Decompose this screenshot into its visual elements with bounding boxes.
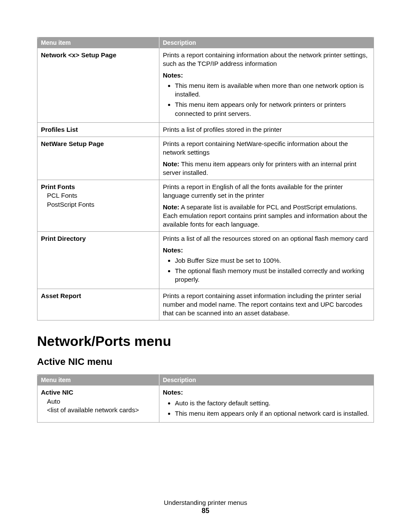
menu-item-title: Network <x> Setup Page	[41, 51, 116, 59]
note-inline: Note: A separate list is available for P…	[163, 203, 370, 229]
menu-item-title: Print Directory	[41, 235, 86, 242]
cell-description: Prints a list of profiles stored in the …	[159, 122, 374, 137]
section-heading: Network/Ports menu	[37, 333, 374, 349]
note-item: This menu item is available when more th…	[175, 81, 370, 99]
description-text: Prints a list of all the resources store…	[163, 234, 370, 243]
header-description: Description	[159, 375, 374, 386]
cell-description: Prints a report containing information a…	[159, 48, 374, 123]
note-text: A separate list is available for PCL and…	[163, 203, 367, 228]
description-text: Prints a list of profiles stored in the …	[163, 125, 370, 134]
header-description: Description	[159, 37, 374, 48]
cell-description: Prints a list of all the resources store…	[159, 232, 374, 289]
table-header-row: Menu item Description	[37, 37, 374, 48]
document-page: Menu item Description Network <x> Setup …	[0, 0, 411, 532]
notes-label: Notes:	[163, 388, 370, 397]
table-row: Print Directory Prints a list of all the…	[37, 232, 374, 289]
cell-description: Prints a report in English of all the fo…	[159, 180, 374, 232]
menu-item-title: NetWare Setup Page	[41, 140, 104, 147]
notes-label: Notes:	[163, 71, 370, 80]
note-inline: Note: This menu item appears only for pr…	[163, 160, 370, 177]
table-header-row: Menu item Description	[37, 375, 374, 386]
menu-item-title: Asset Report	[41, 292, 81, 299]
note-item: The optional flash memory must be instal…	[175, 267, 370, 284]
table-row: Active NIC Auto <list of available netwo…	[37, 386, 374, 423]
cell-description: Notes: Auto is the factory default setti…	[159, 386, 374, 423]
notes-label: Notes:	[163, 246, 370, 255]
table-row: Print Fonts PCL Fonts PostScript Fonts P…	[37, 180, 374, 232]
table-row: NetWare Setup Page Prints a report conta…	[37, 137, 374, 180]
cell-menu-item: Asset Report	[37, 289, 159, 320]
cell-description: Prints a report containing NetWare-speci…	[159, 137, 374, 180]
table-row: Asset Report Prints a report containing …	[37, 289, 374, 320]
table-row: Profiles List Prints a list of profiles …	[37, 122, 374, 137]
menu-item-title: Active NIC	[41, 389, 73, 396]
note-item: This menu item appears only for network …	[175, 100, 370, 118]
cell-menu-item: Print Fonts PCL Fonts PostScript Fonts	[37, 180, 159, 232]
cell-description: Prints a report containing asset informa…	[159, 289, 374, 320]
notes-list: Auto is the factory default setting. Thi…	[163, 399, 370, 418]
note-item: Auto is the factory default setting.	[175, 399, 370, 408]
note-label: Note:	[163, 160, 179, 168]
page-footer: Understanding printer menus 85	[0, 499, 411, 515]
note-item: This menu item appears only if an option…	[175, 409, 370, 418]
menu-item-sub: PCL Fonts	[41, 191, 156, 200]
header-menu-item: Menu item	[37, 375, 159, 386]
description-text: Prints a report containing information a…	[163, 51, 370, 68]
note-item: Job Buffer Size must be set to 100%.	[175, 256, 370, 265]
header-menu-item: Menu item	[37, 37, 159, 48]
cell-menu-item: Profiles List	[37, 122, 159, 137]
footer-text: Understanding printer menus	[0, 499, 411, 506]
menu-item-title: Profiles List	[41, 126, 78, 133]
cell-menu-item: Network <x> Setup Page	[37, 48, 159, 123]
menu-item-sub: <list of available network cards>	[41, 406, 156, 414]
cell-menu-item: Print Directory	[37, 232, 159, 289]
cell-menu-item: NetWare Setup Page	[37, 137, 159, 180]
table-row: Network <x> Setup Page Prints a report c…	[37, 48, 374, 123]
reports-menu-table: Menu item Description Network <x> Setup …	[37, 37, 374, 320]
note-text: This menu item appears only for printers…	[163, 160, 356, 176]
notes-list: This menu item is available when more th…	[163, 81, 370, 118]
menu-item-sub: Auto	[41, 397, 156, 406]
description-text: Prints a report in English of all the fo…	[163, 183, 370, 200]
notes-list: Job Buffer Size must be set to 100%. The…	[163, 256, 370, 284]
menu-item-sub: PostScript Fonts	[41, 200, 156, 209]
subsection-heading: Active NIC menu	[37, 356, 374, 367]
description-text: Prints a report containing NetWare-speci…	[163, 140, 370, 157]
description-text: Prints a report containing asset informa…	[163, 292, 370, 318]
page-number: 85	[0, 507, 411, 515]
active-nic-menu-table: Menu item Description Active NIC Auto <l…	[37, 374, 374, 423]
cell-menu-item: Active NIC Auto <list of available netwo…	[37, 386, 159, 423]
menu-item-title: Print Fonts	[41, 183, 75, 190]
note-label: Note:	[163, 203, 179, 211]
